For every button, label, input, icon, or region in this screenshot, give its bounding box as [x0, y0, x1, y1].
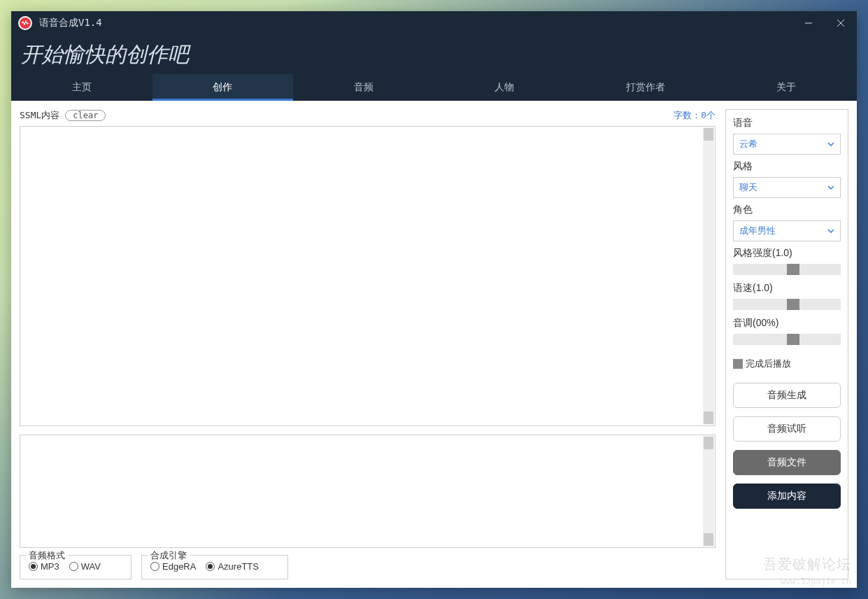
output-textarea-container: [20, 435, 716, 548]
tab-audio[interactable]: 音频: [293, 74, 434, 101]
file-button[interactable]: 音频文件: [733, 450, 841, 475]
scroll-down-icon: [704, 411, 713, 424]
rate-label: 语速(1.0): [733, 282, 841, 295]
chevron-down-icon: [827, 142, 834, 146]
scrollbar[interactable]: [703, 127, 714, 425]
clear-button[interactable]: clear: [65, 110, 106, 121]
radio-edge[interactable]: EdgeRA: [150, 561, 196, 572]
radio-icon: [29, 562, 38, 571]
engine-fieldset: 合成引擎 EdgeRA AzureTTS: [141, 555, 288, 579]
add-content-button[interactable]: 添加内容: [733, 484, 841, 509]
header-slogan: 开始愉快的创作吧: [21, 41, 189, 69]
radio-icon: [150, 562, 159, 571]
titlebar: 语音合成V1.4: [11, 11, 857, 35]
pitch-label: 音调(00%): [733, 317, 841, 330]
scroll-down-icon: [704, 533, 713, 546]
content-area: SSML内容 clear 字数：0个 音频格: [11, 101, 857, 588]
tab-create[interactable]: 创作: [152, 74, 294, 101]
radio-icon: [69, 562, 78, 571]
voice-label: 语音: [733, 117, 841, 129]
slider-thumb-icon: [787, 334, 799, 345]
format-legend: 音频格式: [26, 549, 68, 562]
char-count: 字数：0个: [674, 109, 716, 122]
app-icon: [18, 16, 32, 30]
output-textarea[interactable]: [20, 435, 715, 547]
format-fieldset: 音频格式 MP3 WAV: [20, 555, 131, 579]
role-label: 角色: [733, 204, 841, 216]
chevron-down-icon: [827, 229, 834, 233]
scroll-up-icon: [704, 128, 713, 141]
scroll-up-icon: [704, 437, 713, 449]
tabbar: 主页 创作 音频 人物 打赏作者 关于: [11, 74, 857, 101]
rate-slider[interactable]: [733, 299, 841, 310]
pitch-slider[interactable]: [733, 334, 841, 345]
slider-thumb-icon: [787, 299, 799, 310]
tab-about[interactable]: 关于: [716, 74, 858, 101]
radio-azure[interactable]: AzureTTS: [206, 561, 259, 572]
ssml-textarea[interactable]: [20, 127, 715, 425]
generate-button[interactable]: 音频生成: [733, 383, 841, 408]
radio-wav[interactable]: WAV: [69, 561, 101, 572]
tab-home[interactable]: 主页: [11, 74, 152, 101]
intensity-label: 风格强度(1.0): [733, 247, 841, 260]
voice-select[interactable]: 云希: [733, 134, 841, 155]
role-select[interactable]: 成年男性: [733, 220, 841, 241]
slider-thumb-icon: [787, 264, 799, 275]
left-column: SSML内容 clear 字数：0个 音频格: [20, 109, 716, 579]
right-panel: 语音 云希 风格 聊天 角色 成年男性 风格强度(1.0) 语速(1.0): [725, 109, 848, 579]
scrollbar[interactable]: [703, 436, 714, 547]
header-banner: 开始愉快的创作吧: [11, 35, 857, 74]
style-select[interactable]: 聊天: [733, 177, 841, 198]
engine-legend: 合成引擎: [148, 549, 190, 562]
autoplay-checkbox[interactable]: 完成后播放: [733, 358, 841, 370]
tab-character[interactable]: 人物: [434, 74, 576, 101]
chevron-down-icon: [827, 185, 834, 190]
close-button[interactable]: [825, 11, 857, 35]
ssml-label: SSML内容: [20, 109, 59, 122]
ssml-textarea-container: [20, 126, 716, 426]
radio-mp3[interactable]: MP3: [29, 561, 59, 572]
window-controls: [792, 11, 857, 35]
style-label: 风格: [733, 160, 841, 173]
preview-button[interactable]: 音频试听: [733, 416, 841, 442]
app-window: 语音合成V1.4 开始愉快的创作吧 主页 创作 音频 人物 打赏作者 关于 SS…: [11, 11, 857, 588]
minimize-button[interactable]: [792, 11, 825, 35]
checkbox-icon: [733, 359, 743, 369]
ssml-header: SSML内容 clear 字数：0个: [20, 109, 716, 122]
radio-icon: [206, 562, 215, 571]
fieldset-row: 音频格式 MP3 WAV 合成引擎: [20, 555, 716, 579]
intensity-slider[interactable]: [733, 264, 841, 275]
window-title: 语音合成V1.4: [39, 17, 792, 29]
tab-donate[interactable]: 打赏作者: [575, 74, 716, 101]
